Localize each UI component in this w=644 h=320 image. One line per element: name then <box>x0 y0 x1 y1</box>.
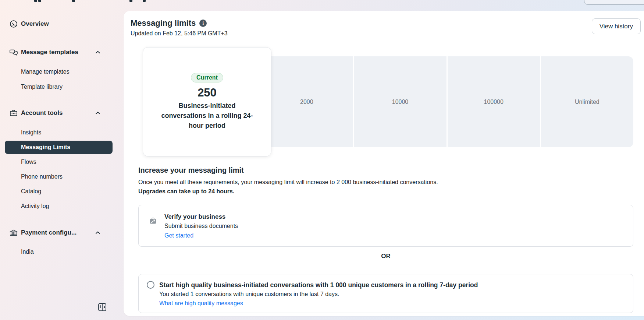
chevron-up-icon <box>95 230 101 236</box>
collapse-sidebar-icon[interactable] <box>97 302 107 312</box>
business-briefcase-icon <box>149 217 157 225</box>
what-are-high-quality-messages-link[interactable]: What are high quality messages <box>159 300 243 307</box>
current-limit-card: Current 250 Business-initiated conversat… <box>143 47 271 157</box>
sidebar-item-messaging-limits-selected[interactable]: Messaging Limits <box>5 141 113 154</box>
current-limit-description: Business-initiated conversations in a ro… <box>155 101 259 131</box>
sidebar-item-label: Messaging Limits <box>21 144 70 151</box>
verify-business-title: Verify your business <box>164 213 225 221</box>
messaging-limit-tiers: 2000 10000 100000 Unlimited Current 250 … <box>138 47 633 161</box>
sidebar-item-label: Phone numbers <box>21 173 63 180</box>
upgrade-duration-note: Upgrades can take up to 24 hours. <box>138 188 234 195</box>
chevron-up-icon <box>95 110 101 116</box>
sidebar-item-overview[interactable]: Overview <box>0 17 113 31</box>
get-started-link[interactable]: Get started <box>164 232 193 239</box>
page-title: Messaging limits <box>131 18 196 28</box>
sidebar-item-payment-configuration[interactable]: Payment configu... <box>0 226 113 239</box>
sidebar-item-flows[interactable]: Flows <box>0 156 113 168</box>
tier-cell: 10000 <box>354 56 446 147</box>
bank-icon <box>9 228 18 237</box>
high-quality-option-title: Start high quality business-initiated co… <box>159 281 478 289</box>
current-limit-value: 250 <box>198 86 217 99</box>
sidebar-item-catalog[interactable]: Catalog <box>0 186 113 197</box>
sidebar: Overview Message templates Manage templa… <box>0 0 118 320</box>
radio-unselected[interactable] <box>147 281 154 289</box>
sidebar-item-message-templates[interactable]: Message templates <box>0 46 113 59</box>
sidebar-item-label: Message templates <box>21 49 78 56</box>
increase-limit-description: Once you meet all these requirements, yo… <box>138 179 438 186</box>
sidebar-item-label: Manage templates <box>21 68 70 75</box>
or-divider: OR <box>138 253 633 260</box>
tier-cell: 2000 <box>260 56 353 147</box>
sidebar-item-activity-log[interactable]: Activity log <box>0 200 113 212</box>
sidebar-item-phone-numbers[interactable]: Phone numbers <box>0 171 113 183</box>
high-quality-option-card: Start high quality business-initiated co… <box>138 274 633 313</box>
increase-limit-heading: Increase your messaging limit <box>138 166 244 175</box>
cropped-top-right-button[interactable] <box>584 0 644 5</box>
chevron-up-icon <box>95 49 101 55</box>
verify-business-subtitle: Submit business documents <box>164 223 238 229</box>
info-icon[interactable]: i <box>199 20 207 27</box>
cropped-header-text-fragment <box>129 0 132 2</box>
high-quality-option-progress: You started 1 conversations with unique … <box>159 291 339 298</box>
sidebar-item-label: Overview <box>21 20 49 28</box>
tier-cell: Unlimited <box>541 56 633 147</box>
gauge-icon <box>9 20 18 28</box>
sidebar-item-india[interactable]: India <box>0 246 113 258</box>
sidebar-item-template-library[interactable]: Template library <box>0 81 113 93</box>
view-history-button[interactable]: View history <box>592 18 641 34</box>
cropped-header-text-fragment <box>143 0 146 2</box>
sidebar-item-label: Activity log <box>21 203 49 210</box>
sidebar-item-label: India <box>21 249 34 255</box>
sidebar-item-label: Payment configu... <box>21 229 77 236</box>
sidebar-item-insights[interactable]: Insights <box>0 127 113 138</box>
sidebar-item-label: Catalog <box>21 188 41 195</box>
sidebar-item-label: Insights <box>21 129 41 136</box>
messaging-limits-panel: Messaging limits i Updated on Feb 12, 5:… <box>124 11 644 316</box>
sidebar-item-label: Account tools <box>21 109 63 117</box>
verify-business-card: Verify your business Submit business doc… <box>138 205 633 247</box>
current-badge: Current <box>191 73 223 82</box>
updated-timestamp: Updated on Feb 12, 5:46 PM GMT+3 <box>131 30 228 37</box>
tier-cell: 100000 <box>448 56 540 147</box>
briefcase-icon <box>9 109 18 117</box>
sidebar-item-label: Flows <box>21 159 36 165</box>
sidebar-item-label: Template library <box>21 84 63 90</box>
chat-bubbles-icon <box>9 48 18 57</box>
sidebar-item-account-tools[interactable]: Account tools <box>0 106 113 120</box>
sidebar-item-manage-templates[interactable]: Manage templates <box>0 66 113 78</box>
